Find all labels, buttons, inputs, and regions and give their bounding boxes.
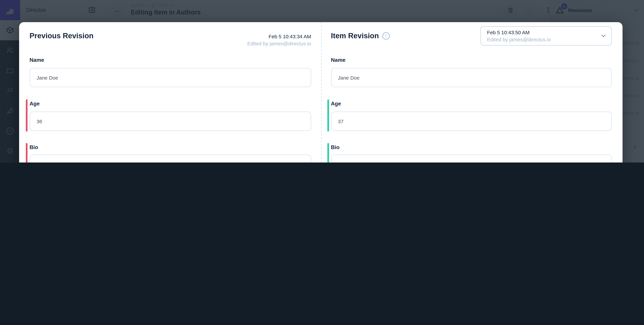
previous-revision-panel: Previous Revision Feb 5 10:43:34 AM Edit… [19,22,321,163]
revision-compare-modal: Previous Revision Feb 5 10:43:34 AM Edit… [19,22,622,163]
changed-indicator-removed [26,143,28,163]
field-name-previous: Name Jane Doe [30,57,311,87]
item-revision-panel: Item Revision ! Feb 5 10:43:50 AM Edited… [321,22,622,163]
field-name-current: Name Jane Doe [331,57,612,87]
age-label: Age [331,101,612,108]
bio-textarea-previous[interactable]: Jane Doe is a bestselling author known f… [30,154,311,163]
field-bio-current: Bio Jane Doe is a bestselling author kno… [331,144,612,163]
selected-revision-edited-by: Edited by james@directus.io [487,36,596,43]
info-icon[interactable]: ! [382,32,390,40]
item-revision-title: Item Revision [331,32,379,40]
field-bio-previous: Bio Jane Doe is a bestselling author kno… [30,144,311,163]
changed-indicator-added [327,143,329,163]
age-input-current[interactable]: 37 [331,112,612,131]
app-screen: ? ⚙ Directus ← Authors • [0,0,644,163]
name-input-previous[interactable]: Jane Doe [30,68,311,87]
age-label: Age [30,101,311,108]
field-age-previous: Age 36 [30,101,311,131]
bio-label: Bio [331,144,612,152]
changed-indicator-added [327,99,329,132]
bio-label: Bio [30,144,311,152]
field-age-current: Age 37 [331,101,612,131]
previous-revision-timestamp: Feb 5 10:43:34 AM [247,33,311,40]
age-input-previous[interactable]: 36 [30,112,311,131]
changed-indicator-removed [26,99,28,132]
bio-paragraph: Jane Doe is a bestselling author known f… [338,162,605,163]
previous-revision-edited-by: Edited by james@directus.io [247,40,311,47]
bio-textarea-current[interactable]: Jane Doe is a bestselling author known f… [331,154,612,163]
previous-revision-title: Previous Revision [30,32,94,40]
bio-paragraph: Jane Doe is a bestselling author known f… [36,162,304,163]
chevron-down-icon [602,33,606,37]
name-input-current[interactable]: Jane Doe [331,68,612,87]
revision-selector-dropdown[interactable]: Feb 5 10:43:50 AM Edited by james@direct… [480,26,612,46]
name-label: Name [331,57,612,65]
name-label: Name [30,57,311,65]
selected-revision-timestamp: Feb 5 10:43:50 AM [487,29,596,36]
